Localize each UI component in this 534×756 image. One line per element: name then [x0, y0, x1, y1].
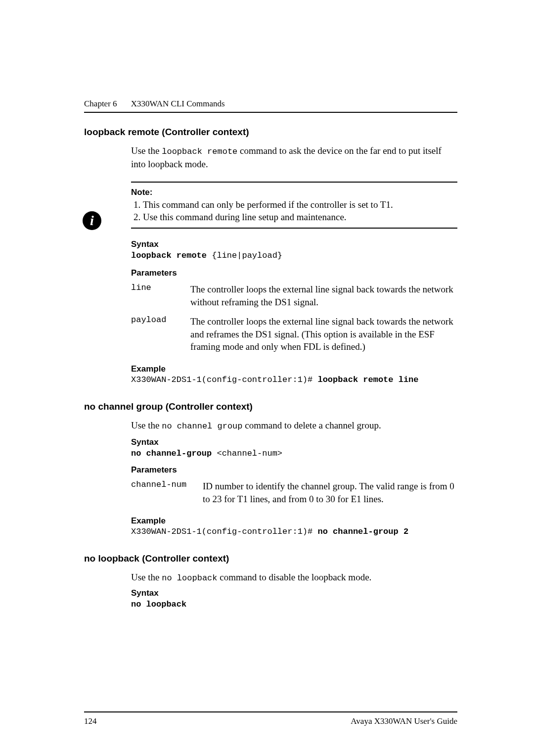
syntax-line: no loopback: [131, 599, 457, 609]
syntax-line: no channel-group <channel-num>: [131, 448, 457, 458]
param-row-channel-num: channel-num ID number to identify the ch…: [131, 480, 457, 505]
intro-text: Use the no channel group command to dele…: [131, 419, 457, 432]
syntax-bold: no loopback: [131, 600, 186, 609]
intro-prefix: Use the: [131, 420, 162, 430]
syntax-bold: no channel-group: [131, 449, 212, 458]
section-heading-no-loopback: no loopback (Controller context): [84, 553, 457, 564]
info-icon: i: [83, 211, 101, 230]
chapter-title: X330WAN CLI Commands: [131, 99, 225, 108]
intro-code: loopback remote: [162, 147, 237, 156]
note-label: Note:: [131, 188, 457, 197]
syntax-rest: {line|payload}: [207, 251, 282, 260]
page-footer: 124 Avaya X330WAN User's Guide: [84, 711, 457, 726]
syntax-heading: Syntax: [131, 588, 457, 598]
page-header: Chapter 6 X330WAN CLI Commands: [84, 99, 457, 109]
page-number: 124: [84, 716, 97, 726]
example-heading: Example: [131, 516, 457, 526]
param-desc: ID number to identify the channel group.…: [203, 480, 457, 505]
intro-suffix: command to delete a channel group.: [243, 420, 381, 430]
example-heading: Example: [131, 364, 457, 374]
footer-divider: [84, 711, 457, 712]
example-bold: no channel-group 2: [317, 527, 408, 536]
note-divider-top: [131, 182, 457, 183]
note-list: This command can only be performed if th…: [131, 198, 457, 224]
section-heading-loopback-remote: loopback remote (Controller context): [84, 127, 457, 138]
param-row-payload: payload The controller loops the externa…: [131, 315, 457, 353]
param-key: channel-num: [131, 480, 203, 505]
param-desc: The controller loops the external line s…: [190, 315, 457, 353]
intro-text: Use the loopback remote command to ask t…: [131, 144, 457, 171]
syntax-line: loopback remote {line|payload}: [131, 250, 457, 260]
intro-prefix: Use the: [131, 145, 162, 156]
param-key: payload: [131, 315, 190, 353]
note-item-1: This command can only be performed if th…: [143, 198, 457, 211]
example-line: X330WAN-2DS1-1(config-controller:1)# no …: [131, 527, 457, 536]
section-heading-no-channel-group: no channel group (Controller context): [84, 401, 457, 412]
document-title: Avaya X330WAN User's Guide: [351, 716, 457, 726]
example-bold: loopback remote line: [317, 375, 418, 384]
note-divider-bottom: [131, 228, 457, 229]
param-row-line: line The controller loops the external l…: [131, 283, 457, 308]
param-key: line: [131, 283, 190, 308]
chapter-number: Chapter 6: [84, 99, 117, 108]
note-block: Note: This command can only be performed…: [131, 182, 457, 229]
header-divider: [84, 112, 457, 113]
parameters-heading: Parameters: [131, 465, 457, 475]
intro-prefix: Use the: [131, 572, 162, 582]
param-desc: The controller loops the external line s…: [190, 283, 457, 308]
intro-suffix: command to disable the loopback mode.: [217, 572, 371, 582]
syntax-rest: <channel-num>: [212, 449, 282, 458]
example-line: X330WAN-2DS1-1(config-controller:1)# loo…: [131, 375, 457, 384]
syntax-heading: Syntax: [131, 239, 457, 249]
note-item-2: Use this command during line setup and m…: [143, 211, 457, 224]
syntax-heading: Syntax: [131, 437, 457, 447]
example-prefix: X330WAN-2DS1-1(config-controller:1)#: [131, 527, 317, 536]
intro-code: no channel group: [162, 422, 242, 431]
page: Chapter 6 X330WAN CLI Commands loopback …: [0, 0, 534, 756]
intro-code: no loopback: [162, 573, 217, 583]
example-prefix: X330WAN-2DS1-1(config-controller:1)#: [131, 375, 317, 384]
intro-text: Use the no loopback command to disable t…: [131, 571, 457, 584]
syntax-bold: loopback remote: [131, 251, 207, 260]
parameters-heading: Parameters: [131, 268, 457, 278]
